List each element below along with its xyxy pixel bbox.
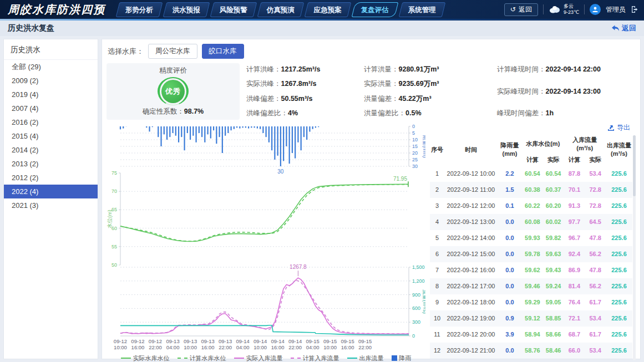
stat-value: 2022-09-14 23:00: [546, 88, 601, 95]
table-cell: 86.9: [564, 262, 585, 278]
person-icon: [592, 6, 599, 13]
table-cell: 66.0: [564, 343, 585, 359]
reservoir-toolbar: 选择水库： 周公宅水库皎口水库: [107, 44, 636, 63]
legend-item-实际水库水位[interactable]: 实际水库水位: [121, 354, 170, 362]
nav-tab-1[interactable]: 形势分析: [116, 2, 163, 17]
sidebar-item-2007[interactable]: 2007 (4): [4, 101, 98, 115]
table-cell: 2022-09-12 11:00: [444, 182, 498, 198]
table-cell: 59.05: [543, 294, 564, 310]
table-cell: 2022-09-12 15:00: [444, 246, 498, 262]
table-cell: 59.29: [522, 294, 543, 310]
table-row[interactable]: 32022-09-12 12:000.160.2260.2091.372.822…: [430, 198, 632, 214]
table-cell: 0.9: [498, 310, 522, 327]
table-cell: 60.54: [522, 166, 543, 182]
navbar-right: ↺ 返回 多云 9-23℃ 管理员: [504, 3, 638, 16]
table-cell: 64.5: [585, 214, 606, 230]
legend-item-出库流量[interactable]: 出库流量: [347, 354, 384, 362]
svg-text:16:00: 16:00: [201, 344, 215, 350]
reservoir-button-皎口水库[interactable]: 皎口水库: [202, 44, 244, 59]
table-row[interactable]: 62022-09-12 15:000.059.7859.6392.456.222…: [430, 246, 632, 262]
nav-tab-5[interactable]: 应急预案: [305, 2, 352, 17]
certainty-coefficient: 确定性系数：98.7%: [143, 107, 204, 116]
undo-arrow-icon: ↺: [510, 6, 516, 13]
hourly-data-table-panel: 导出 序号时间降雨量 (mm)水库水位(m)入库流量(m³/s)出库流量 (m³…: [430, 123, 636, 362]
stat-label: 实际洪峰：: [246, 80, 281, 88]
table-row[interactable]: 22022-09-12 11:001.560.3860.3770.172.822…: [430, 182, 632, 198]
svg-text:09-13: 09-13: [201, 338, 214, 344]
table-cell: 60.02: [543, 214, 564, 230]
svg-text:71.95: 71.95: [393, 176, 407, 182]
table-cell: 1.5: [498, 182, 522, 198]
nav-tab-4[interactable]: 仿真预演: [257, 2, 305, 17]
svg-text:0: 0: [412, 333, 415, 339]
table-cell: 225.6: [606, 246, 632, 262]
table-cell: 0.0: [498, 294, 522, 310]
sidebar-item-2009[interactable]: 2009 (2): [4, 74, 98, 88]
page-back-link[interactable]: 返回: [611, 23, 636, 33]
table-scrollbar-thumb[interactable]: [633, 135, 636, 196]
svg-text:流量(m³/s): 流量(m³/s): [422, 289, 425, 314]
sidebar-item-2015[interactable]: 2015 (4): [4, 129, 98, 143]
grade-badge: 优秀: [161, 80, 185, 103]
legend-item-降雨[interactable]: 降雨: [392, 354, 412, 362]
stat-label: 洪峰偏差比：: [246, 109, 288, 117]
table-row[interactable]: 102022-09-12 19:000.959.1258.8572.153.42…: [430, 310, 632, 327]
column-header: 时间: [444, 134, 498, 166]
legend-item-计算入库流量[interactable]: 计算入库流量: [291, 354, 339, 362]
stat-row: 实际洪峰：1267.8m³/s: [246, 79, 357, 89]
table-cell: 72.8: [585, 198, 606, 214]
table-row[interactable]: 92022-09-12 18:000.059.2959.0576.461.722…: [430, 294, 632, 310]
svg-text:09-13: 09-13: [184, 338, 197, 344]
table-cell: 2022-09-12 13:00: [444, 214, 498, 230]
table-cell: 2022-09-12 16:00: [444, 262, 498, 278]
chart-legend: 实际水库水位计算水库水位实际入库流量计算入库流量出库流量降雨: [107, 354, 425, 362]
stat-row: 洪量偏差比：0.5%: [364, 109, 490, 118]
table-row[interactable]: 12022-09-12 10:002.260.5460.5487.853.422…: [430, 166, 632, 182]
table-cell: 58.76: [522, 343, 543, 359]
legend-label: 降雨: [399, 354, 412, 362]
sidebar-item-2013[interactable]: 2013 (2): [4, 157, 98, 171]
legend-item-实际入库流量[interactable]: 实际入库流量: [234, 354, 283, 362]
sidebar-item-2019[interactable]: 2019 (4): [4, 88, 98, 101]
table-cell: 59.12: [522, 310, 543, 327]
table-cell: 2022-09-12 19:00: [444, 310, 498, 327]
legend-item-计算水库水位[interactable]: 计算水库水位: [178, 354, 226, 362]
nav-return-button[interactable]: ↺ 返回: [504, 3, 538, 16]
table-cell: 60.20: [543, 198, 564, 214]
table-scrollbar[interactable]: [633, 135, 636, 360]
sidebar-item-2016[interactable]: 2016 (2): [4, 115, 98, 129]
table-row[interactable]: 52022-09-12 14:000.059.9359.8296.747.822…: [430, 230, 632, 246]
stat-label: 计算峰现时间：: [497, 65, 546, 73]
table-cell: 61.7: [585, 294, 606, 310]
legend-label: 计算水库水位: [190, 354, 226, 362]
table-cell: 2022-09-12 12:00: [444, 198, 498, 214]
sidebar-item-2022[interactable]: 2022 (4): [4, 185, 98, 198]
table-cell: 70.1: [564, 182, 585, 198]
stat-value: 50.55m³/s: [281, 95, 313, 103]
nav-tab-2[interactable]: 洪水预报: [163, 2, 210, 17]
table-cell: 2: [430, 182, 444, 198]
table-row[interactable]: 82022-09-12 17:000.059.4659.2481.456.222…: [430, 278, 632, 294]
nav-tab-3[interactable]: 风险预警: [210, 2, 257, 17]
logout-icon[interactable]: [631, 6, 638, 13]
table-row[interactable]: 122022-09-12 21:000.058.7658.4666.053.42…: [430, 343, 632, 359]
table-row[interactable]: 42022-09-12 13:000.060.0860.0297.764.522…: [430, 214, 632, 230]
nav-tab-7[interactable]: 系统管理: [399, 2, 446, 17]
table-cell: 60.38: [522, 182, 543, 198]
sidebar-item-2021[interactable]: 2021 (3): [4, 198, 98, 212]
table-cell: 59.93: [522, 230, 543, 246]
export-button[interactable]: 导出: [607, 123, 630, 132]
svg-text:25: 25: [412, 157, 418, 162]
table-cell: 5: [430, 230, 444, 246]
sidebar-item-全部[interactable]: 全部 (29): [4, 60, 98, 74]
weather-condition: 多云: [564, 3, 579, 9]
reservoir-button-周公宅水库[interactable]: 周公宅水库: [148, 44, 197, 59]
table-row[interactable]: 112022-09-12 20:003.958.9458.6668.761.72…: [430, 327, 632, 343]
sidebar-item-2012[interactable]: 2012 (2): [4, 171, 98, 185]
app-title: 周皎水库防洪四预: [8, 2, 105, 17]
svg-text:09-12: 09-12: [131, 338, 144, 344]
nav-tab-6[interactable]: 复盘评估: [352, 2, 399, 17]
sidebar-item-2014[interactable]: 2014 (2): [4, 143, 98, 157]
legend-label: 出库流量: [359, 354, 384, 362]
table-row[interactable]: 72022-09-12 16:000.059.6259.4386.947.822…: [430, 262, 632, 278]
